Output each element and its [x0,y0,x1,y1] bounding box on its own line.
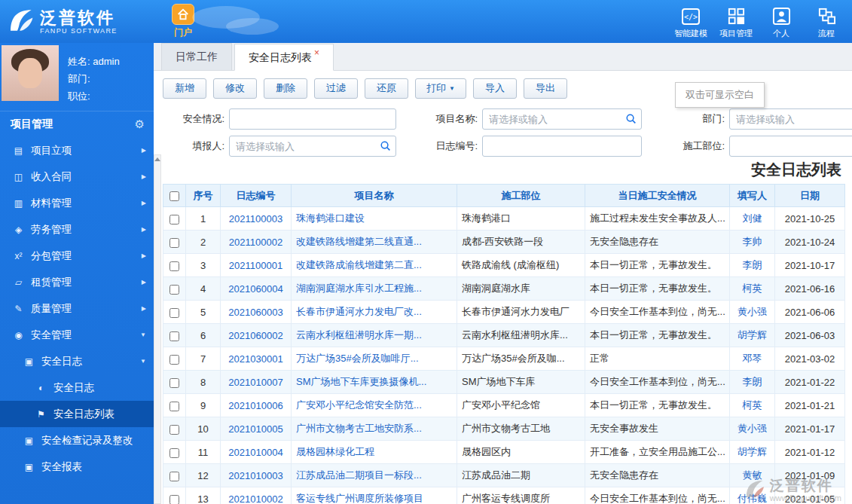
project-link[interactable]: SM广场地下车库更换摄像机... [296,376,426,387]
writer-link[interactable]: 李朗 [743,259,762,270]
sidebar-item-3[interactable]: ◈劳务管理▶ [0,216,154,243]
writer-link[interactable]: 黄小强 [737,423,767,434]
code-cell: 2021060003 [221,301,292,324]
toolbar-button-5[interactable]: 打印▼ [415,78,466,99]
log-code-link[interactable]: 2021010004 [228,447,282,458]
gear-icon[interactable]: ⚙ [135,118,145,131]
row-checkbox[interactable] [169,425,179,435]
sidebar-item-12[interactable]: ▣安全报表 [0,454,154,480]
sidebar-item-9[interactable]: ◐安全日志 [0,374,154,401]
writer-link[interactable]: 刘健 [743,212,762,224]
project-link[interactable]: 改建铁路线增建第二线直通... [296,236,422,247]
log-code-link[interactable]: 2021010003 [228,470,282,481]
project-link[interactable]: 云南水利枢纽潜明水库一期... [296,329,422,341]
nav-item-project[interactable]: 项目管理 [713,4,759,39]
sidebar-item-8[interactable]: ▣安全日志▼ [0,348,154,374]
table-wrap: 序号日志编号项目名称施工部位当日施工安全情况填写人日期 12021100003珠… [154,181,852,504]
writer-link[interactable]: 黄敏 [743,469,762,481]
date-cell: 2021-01-22 [775,371,845,394]
date-cell: 2021-06-16 [775,277,845,301]
writer-link[interactable]: 付伟巍 [737,493,767,504]
project-link[interactable]: 湖南洞庭湖水库引水工程施... [296,283,422,294]
sidebar-item-0[interactable]: ▤项目立项▶ [0,137,154,163]
top-nav: </>智能建模项目管理个人流程 [668,4,852,39]
sidebar-item-10[interactable]: ⚑安全日志列表 [0,401,154,427]
toolbar-button-6[interactable]: 导入 [473,78,517,99]
sidebar-item-7[interactable]: ◉安全管理▼ [0,322,154,348]
filter-input[interactable] [729,136,852,157]
project-link[interactable]: 晟格园林绿化工程 [296,446,374,457]
filter-input[interactable] [482,108,642,130]
sidebar-scrollbar[interactable] [154,154,161,504]
table-header-row: 序号日志编号项目名称施工部位当日施工安全情况填写人日期 [163,185,845,207]
row-checkbox[interactable] [169,378,179,388]
sidebar-item-4[interactable]: x²分包管理▶ [0,243,154,269]
writer-link[interactable]: 李帅 [743,236,762,247]
toolbar-button-2[interactable]: 删除 [264,78,307,99]
tab-1[interactable]: 安全日志列表× [234,44,334,71]
close-icon[interactable]: × [314,47,319,58]
row-checkbox[interactable] [169,308,179,318]
row-checkbox[interactable] [169,355,179,365]
select-all-checkbox[interactable] [169,191,179,201]
project-link[interactable]: 广州市文物考古工地安防系... [296,423,422,434]
row-checkbox[interactable] [169,331,179,341]
log-code-link[interactable]: 2021100001 [229,260,282,271]
filter-input[interactable] [729,108,852,130]
log-code-link[interactable]: 2021010002 [228,493,282,504]
row-checkbox[interactable] [169,261,179,271]
toolbar-button-3[interactable]: 过滤 [314,78,358,99]
log-code-link[interactable]: 2021060003 [228,307,282,318]
filter-input[interactable] [482,136,642,157]
scroll-up-icon[interactable] [154,157,160,161]
log-code-link[interactable]: 2021010007 [228,377,282,388]
project-link[interactable]: 万达广场35#会所及咖啡厅... [296,353,419,364]
row-checkbox[interactable] [169,285,179,295]
row-checkbox[interactable] [169,215,179,225]
project-link[interactable]: 江苏成品油二期项目一标段... [296,469,422,481]
tab-0[interactable]: 日常工作 [161,43,232,70]
toolbar-button-1[interactable]: 修改 [213,78,257,99]
sidebar-item-1[interactable]: ◫收入合同▶ [0,163,154,190]
writer-link[interactable]: 李朗 [743,376,762,387]
log-code-link[interactable]: 2021060002 [228,330,282,341]
sidebar-item-11[interactable]: ▣安全检查记录及整改 [0,427,154,454]
filter-input[interactable] [229,108,396,130]
log-code-link[interactable]: 2021060004 [228,283,282,295]
project-link[interactable]: 广安邓小平纪念馆安全防范... [296,399,422,411]
log-code-link[interactable]: 2021100002 [229,237,282,248]
sidebar-item-5[interactable]: ▱租赁管理▶ [0,269,154,295]
project-link[interactable]: 长春市伊通河水力发电厂改... [296,306,422,317]
search-icon[interactable] [380,140,391,154]
row-checkbox[interactable] [169,472,179,481]
sidebar-item-6[interactable]: ✎质量管理▶ [0,295,154,322]
row-checkbox[interactable] [169,402,179,411]
nav-item-personal[interactable]: 个人 [759,4,804,39]
sidebar-item-label: 安全检查记录及整改 [41,434,133,447]
toolbar-button-0[interactable]: 新增 [163,78,206,99]
log-code-link[interactable]: 2021030001 [228,353,282,365]
project-link[interactable]: 改建铁路成渝线增建第二直... [296,259,422,270]
writer-link[interactable]: 胡学辉 [737,329,767,341]
project-cell: 湖南洞庭湖水库引水工程施... [292,277,457,301]
writer-link[interactable]: 胡学辉 [737,446,767,457]
row-checkbox[interactable] [169,448,179,458]
log-code-link[interactable]: 2021010005 [228,423,282,435]
log-code-link[interactable]: 2021100003 [229,213,282,225]
writer-link[interactable]: 邓琴 [743,353,762,364]
writer-link[interactable]: 柯英 [743,399,762,411]
project-link[interactable]: 珠海鹤港口建设 [296,212,365,224]
writer-link[interactable]: 黄小强 [737,306,767,317]
filter-input[interactable] [229,136,396,157]
toolbar-button-7[interactable]: 导出 [524,78,567,99]
project-link[interactable]: 客运专线广州调度所装修项目 [296,493,423,504]
row-checkbox[interactable] [169,495,179,504]
log-code-link[interactable]: 2021010006 [228,400,282,411]
writer-link[interactable]: 柯英 [743,283,762,294]
nav-item-workflow[interactable]: 流程 [804,4,849,39]
row-checkbox[interactable] [169,238,179,248]
nav-item-modeling[interactable]: </>智能建模 [668,4,713,39]
search-icon[interactable] [625,113,637,127]
sidebar-item-2[interactable]: ▥材料管理▶ [0,190,154,216]
toolbar-button-4[interactable]: 还原 [365,78,408,99]
